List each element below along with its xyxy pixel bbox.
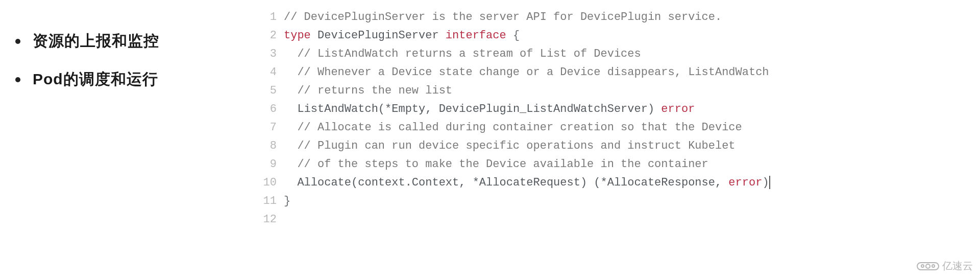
slide-content: 资源的上报和监控 Pod的调度和运行 1// DevicePluginServe… <box>0 0 980 279</box>
code-line: 4 // Whenever a Device state change or a… <box>260 63 980 82</box>
code-content: // of the steps to make the Device avail… <box>284 155 708 174</box>
list-item: 资源的上报和监控 <box>15 31 260 52</box>
watermark-text: 亿速云 <box>942 259 973 273</box>
code-line: 5 // returns the new list <box>260 82 980 100</box>
code-content: // Plugin can run device specific operat… <box>284 137 736 155</box>
code-content: ListAndWatch(*Empty, DevicePlugin_ListAn… <box>284 100 695 119</box>
bullet-list: 资源的上报和监控 Pod的调度和运行 <box>15 31 260 90</box>
line-number: 6 <box>260 100 284 119</box>
code-line: 11} <box>260 192 980 211</box>
bullet-dot-icon <box>15 77 20 82</box>
line-number: 9 <box>260 155 284 174</box>
code-line: 2type DevicePluginServer interface { <box>260 27 980 45</box>
code-line: 1// DevicePluginServer is the server API… <box>260 8 980 27</box>
list-item: Pod的调度和运行 <box>15 69 260 90</box>
bullet-text: Pod的调度和运行 <box>33 69 158 90</box>
bullet-dot-icon <box>15 39 20 44</box>
code-line: 9 // of the steps to make the Device ava… <box>260 155 980 174</box>
text-cursor-icon <box>769 176 770 189</box>
bullet-pane: 资源的上报和监控 Pod的调度和运行 <box>0 0 260 279</box>
code-content: // Allocate is called during container c… <box>284 119 742 137</box>
watermark: 亿速云 <box>917 259 973 273</box>
line-number: 2 <box>260 27 284 45</box>
code-line: 10 Allocate(context.Context, *AllocateRe… <box>260 174 980 192</box>
bullet-text: 资源的上报和监控 <box>33 31 159 52</box>
code-content: Allocate(context.Context, *AllocateReque… <box>284 174 770 192</box>
line-number: 7 <box>260 119 284 137</box>
line-number: 1 <box>260 8 284 27</box>
code-line: 6 ListAndWatch(*Empty, DevicePlugin_List… <box>260 100 980 119</box>
code-pane: 1// DevicePluginServer is the server API… <box>260 0 980 279</box>
code-line: 12 <box>260 211 980 229</box>
line-number: 10 <box>260 174 284 192</box>
code-line: 7 // Allocate is called during container… <box>260 119 980 137</box>
line-number: 12 <box>260 211 284 229</box>
code-content: // ListAndWatch returns a stream of List… <box>284 45 641 63</box>
code-content: // returns the new list <box>284 82 452 100</box>
code-line: 8 // Plugin can run device specific oper… <box>260 137 980 155</box>
line-number: 4 <box>260 63 284 82</box>
code-line: 3 // ListAndWatch returns a stream of Li… <box>260 45 980 63</box>
line-number: 3 <box>260 45 284 63</box>
code-content: // DevicePluginServer is the server API … <box>284 8 722 27</box>
line-number: 11 <box>260 192 284 211</box>
line-number: 5 <box>260 82 284 100</box>
watermark-logo-icon <box>917 262 939 270</box>
code-content: } <box>284 192 290 211</box>
line-number: 8 <box>260 137 284 155</box>
code-content: type DevicePluginServer interface { <box>284 27 520 45</box>
code-content: // Whenever a Device state change or a D… <box>284 63 769 82</box>
